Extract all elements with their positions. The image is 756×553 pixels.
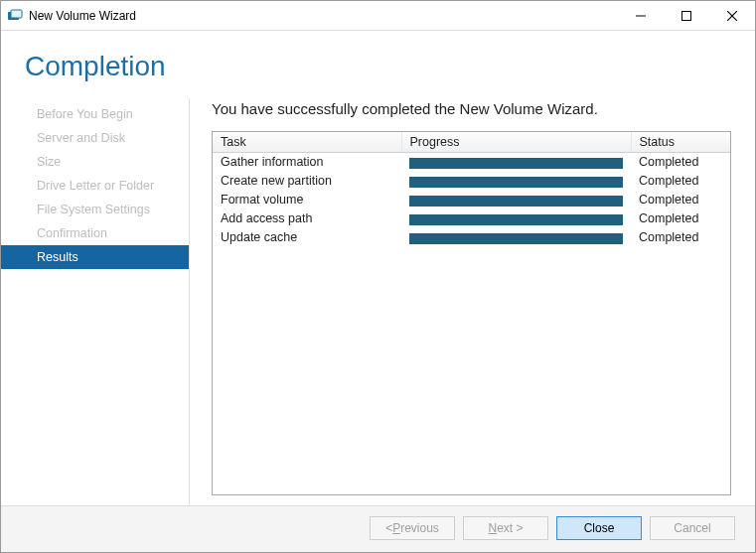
column-header-status[interactable]: Status	[631, 132, 730, 153]
completion-message: You have successfully completed the New …	[212, 100, 731, 117]
progress-cell	[401, 209, 631, 228]
table-row[interactable]: Format volumeCompleted	[213, 191, 730, 209]
column-header-progress[interactable]: Progress	[401, 132, 631, 153]
table-row[interactable]: Add access pathCompleted	[213, 209, 730, 228]
wizard-header: Completion	[1, 31, 755, 98]
table-row[interactable]: Update cacheCompleted	[213, 228, 730, 247]
results-header-row: Task Progress Status	[213, 132, 730, 153]
status-cell: Completed	[631, 228, 730, 247]
status-cell: Completed	[631, 191, 730, 209]
status-cell: Completed	[631, 209, 730, 228]
wizard-steps-sidebar: Before You BeginServer and DiskSizeDrive…	[1, 98, 190, 505]
task-cell: Update cache	[213, 228, 401, 247]
column-header-task[interactable]: Task	[213, 132, 401, 153]
wizard-step-file-system-settings[interactable]: File System Settings	[1, 198, 189, 221]
svg-rect-3	[682, 11, 691, 20]
progress-bar	[409, 233, 623, 244]
wizard-step-drive-letter-or-folder[interactable]: Drive Letter or Folder	[1, 174, 189, 198]
progress-cell	[401, 228, 631, 247]
results-table: Task Progress Status Gather informationC…	[213, 132, 730, 247]
wizard-footer: < Previous Next > Close Cancel	[1, 505, 755, 552]
task-cell: Create new partition	[213, 172, 401, 191]
cancel-button[interactable]: Cancel	[650, 516, 735, 540]
minimize-button[interactable]	[618, 1, 664, 30]
wizard-step-before-you-begin[interactable]: Before You Begin	[1, 102, 189, 126]
window-title: New Volume Wizard	[29, 9, 618, 23]
results-table-wrap: Task Progress Status Gather informationC…	[212, 131, 731, 495]
window-controls	[618, 1, 755, 30]
previous-button[interactable]: < Previous	[370, 516, 455, 540]
maximize-button[interactable]	[664, 1, 709, 30]
close-window-button[interactable]	[709, 1, 755, 30]
status-cell: Completed	[631, 172, 730, 191]
title-bar: New Volume Wizard	[1, 1, 755, 31]
progress-cell	[401, 153, 631, 173]
wizard-step-size[interactable]: Size	[1, 150, 189, 174]
wizard-step-confirmation[interactable]: Confirmation	[1, 221, 189, 245]
progress-bar	[409, 214, 623, 225]
close-button[interactable]: Close	[556, 516, 642, 540]
progress-bar	[409, 196, 623, 207]
wizard-main: You have successfully completed the New …	[190, 98, 755, 505]
table-row[interactable]: Create new partitionCompleted	[213, 172, 730, 191]
status-cell: Completed	[631, 153, 730, 173]
task-cell: Add access path	[213, 209, 401, 228]
progress-bar	[409, 158, 623, 169]
wizard-body: Before You BeginServer and DiskSizeDrive…	[1, 98, 755, 505]
page-title: Completion	[25, 51, 755, 82]
task-cell: Gather information	[213, 153, 401, 173]
app-icon	[7, 8, 23, 24]
svg-rect-1	[11, 10, 22, 18]
task-cell: Format volume	[213, 191, 401, 209]
wizard-step-results[interactable]: Results	[1, 245, 189, 269]
progress-bar	[409, 177, 623, 188]
wizard-step-server-and-disk[interactable]: Server and Disk	[1, 126, 189, 150]
next-button[interactable]: Next >	[463, 516, 548, 540]
table-row[interactable]: Gather informationCompleted	[213, 153, 730, 173]
progress-cell	[401, 191, 631, 209]
content-area: Completion Before You BeginServer and Di…	[1, 31, 755, 552]
progress-cell	[401, 172, 631, 191]
